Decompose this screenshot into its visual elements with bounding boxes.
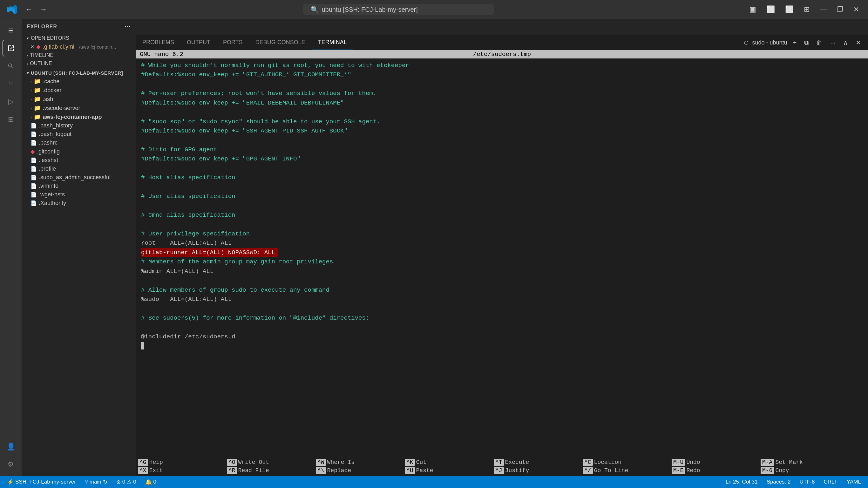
- encoding-status[interactable]: UTF-8: [798, 478, 816, 486]
- remote-status[interactable]: ⚡ SSH: FCJ-Lab-my-server: [5, 478, 78, 486]
- window-maximize-button[interactable]: ❐: [834, 4, 846, 15]
- root-label: UBUNTU [SSH: FCJ-LAB-MY-SERVER]: [31, 70, 123, 75]
- sidebar-more-icon[interactable]: ···: [125, 23, 131, 30]
- nano-shortcut-exit[interactable]: ^X Exit: [136, 466, 225, 475]
- nano-key-label: Set Mark: [775, 459, 803, 465]
- panel-chevron-button[interactable]: ∧: [841, 37, 850, 48]
- nano-shortcut-setmark[interactable]: M-A Set Mark: [759, 458, 848, 466]
- panel-close-button[interactable]: ✕: [854, 37, 863, 48]
- nano-shortcut-execute[interactable]: ^T Execute: [492, 458, 581, 466]
- titlebar-search[interactable]: 🔍 ubuntu [SSH: FCJ-Lab-my-server]: [303, 4, 494, 15]
- titlebar: ← → 🔍 ubuntu [SSH: FCJ-Lab-my-server] ▣ …: [0, 0, 868, 19]
- panel-tab-problems[interactable]: PROBLEMS: [136, 35, 181, 50]
- add-terminal-button[interactable]: +: [791, 38, 799, 48]
- nano-shortcut-undo[interactable]: M-U Undo: [670, 458, 759, 466]
- nano-shortcut-cut[interactable]: ^K Cut: [403, 458, 492, 466]
- folder-icon-app: 📁: [34, 114, 41, 120]
- position-status[interactable]: Ln 25, Col 31: [724, 478, 760, 486]
- outline-section[interactable]: › OUTLINE: [22, 59, 136, 68]
- activity-item-menu[interactable]: ≡: [3, 22, 19, 39]
- open-editor-file[interactable]: ✕ ◆ .gitlab-ci.yml ~/aws-fcj-contain...: [22, 42, 136, 51]
- tree-item-bash-history[interactable]: 📄 .bash_history: [22, 121, 136, 130]
- tree-item-viminfo[interactable]: 📄 .viminfo: [22, 182, 136, 190]
- layout-editor-button[interactable]: ⬜: [764, 4, 777, 15]
- activity-item-run[interactable]: ▷: [3, 93, 19, 110]
- tree-item-ssh[interactable]: › 📁 .ssh: [22, 95, 136, 103]
- timeline-section[interactable]: › TIMELINE: [22, 51, 136, 59]
- nav-forward-button[interactable]: →: [37, 4, 50, 15]
- nano-shortcut-help[interactable]: ^G Help: [136, 458, 225, 466]
- tree-item-xauthority[interactable]: 📄 .Xauthority: [22, 199, 136, 208]
- nano-shortcut-justify[interactable]: ^J Justify: [492, 466, 581, 475]
- window-minimize-button[interactable]: —: [817, 4, 829, 15]
- language-status[interactable]: YAML: [845, 478, 863, 486]
- tree-item-profile[interactable]: 📄 .profile: [22, 164, 136, 173]
- tree-item-lesshst[interactable]: 📄 .lesshst: [22, 156, 136, 164]
- nano-key-label: Replace: [327, 467, 351, 474]
- layout-panel-button[interactable]: ⬜: [782, 4, 796, 15]
- panel-tab-output[interactable]: OUTPUT: [181, 35, 217, 50]
- nano-shortcut-replace[interactable]: ^\ Replace: [314, 466, 403, 475]
- tree-item-vscode-server[interactable]: › 📁 .vscode-server: [22, 103, 136, 113]
- watch-status[interactable]: 🔔 0: [143, 478, 158, 486]
- tree-item-label: .wget-hsts: [39, 191, 65, 198]
- tree-item-label: .sudo_as_admin_successful: [39, 174, 111, 181]
- spaces-status[interactable]: Spaces: 2: [765, 478, 793, 486]
- activity-item-accounts[interactable]: 👤: [3, 438, 19, 455]
- tree-item-bash-logout[interactable]: 📄 .bash_logout: [22, 130, 136, 139]
- file-icon: 📄: [31, 175, 37, 180]
- panel-tab-terminal[interactable]: TERMINAL: [312, 35, 353, 50]
- term-line: [141, 164, 863, 173]
- activity-item-settings[interactable]: ⚙: [3, 456, 19, 473]
- kill-terminal-button[interactable]: 🗑: [814, 38, 825, 48]
- titlebar-right: ▣ ⬜ ⬜ ⊞ — ❐ ✕: [747, 4, 862, 15]
- terminal-icon: ⬡: [744, 40, 748, 46]
- nano-shortcuts-row1: ^G Help ^O Write Out ^W Where Is ^K Cut: [136, 458, 868, 466]
- nano-key-label: Location: [594, 459, 621, 465]
- activity-item-scm[interactable]: ⑂: [3, 75, 19, 92]
- activity-item-extensions[interactable]: ⊞: [3, 111, 19, 128]
- nano-shortcut-redo[interactable]: M-E Redo: [670, 466, 759, 475]
- tree-item-docker[interactable]: › 📁 .docker: [22, 86, 136, 95]
- layout-grid-button[interactable]: ⊞: [801, 4, 812, 15]
- nano-key: ^G: [138, 459, 148, 466]
- warnings-icon: ⚠: [127, 479, 131, 485]
- nano-shortcut-location[interactable]: ^C Location: [581, 458, 670, 466]
- branch-status[interactable]: ⑂ main ↻: [83, 478, 109, 486]
- tree-item-gitconfig[interactable]: ◆ .gitconfig: [22, 147, 136, 156]
- split-terminal-button[interactable]: ⧉: [802, 38, 810, 48]
- activity-item-explorer[interactable]: [3, 40, 19, 57]
- nano-shortcut-readfile[interactable]: ^R Read File: [225, 466, 314, 475]
- panel-tab-debug[interactable]: DEBUG CONSOLE: [249, 35, 312, 50]
- nano-key: ^/: [583, 467, 593, 474]
- nano-shortcut-copy[interactable]: M-6 Copy: [759, 466, 848, 475]
- close-icon[interactable]: ✕: [31, 44, 34, 49]
- tree-item-wget-hsts[interactable]: 📄 .wget-hsts: [22, 190, 136, 199]
- nano-key-label: Where Is: [327, 459, 354, 465]
- nano-key: ^J: [494, 467, 504, 474]
- eol-status[interactable]: CRLF: [822, 478, 840, 486]
- activity-item-search[interactable]: [3, 58, 19, 74]
- open-editors-section[interactable]: ▾ OPEN EDITORS: [22, 34, 136, 42]
- layout-sidebar-button[interactable]: ▣: [747, 4, 759, 15]
- panel-tab-ports[interactable]: PORTS: [217, 35, 249, 50]
- term-line: # "sudo scp" or "sudo rsync" should be a…: [141, 117, 863, 126]
- nano-shortcut-writeout[interactable]: ^O Write Out: [225, 458, 314, 466]
- root-folder-section[interactable]: ▾ UBUNTU [SSH: FCJ-LAB-MY-SERVER]: [22, 69, 136, 77]
- outline-label: OUTLINE: [30, 61, 52, 66]
- panel-more-button[interactable]: ···: [828, 38, 837, 48]
- nano-shortcut-gotoline[interactable]: ^/ Go To Line: [581, 466, 670, 475]
- tree-item-sudo-admin[interactable]: 📄 .sudo_as_admin_successful: [22, 173, 136, 182]
- encoding-label: UTF-8: [799, 479, 815, 485]
- errors-status[interactable]: ⊗ 0 ⚠ 0: [114, 478, 138, 486]
- term-line: [141, 220, 863, 229]
- nav-back-button[interactable]: ←: [23, 4, 35, 15]
- tree-item-cache[interactable]: › 📁 .cache: [22, 77, 136, 86]
- tree-item-container-app[interactable]: › 📁 aws-fcj-container-app: [22, 113, 136, 121]
- nano-shortcut-whereis[interactable]: ^W Where Is: [314, 458, 403, 466]
- tree-item-bashrc[interactable]: 📄 .bashrc: [22, 139, 136, 147]
- nano-shortcut-paste[interactable]: ^U Paste: [403, 466, 492, 475]
- terminal-content[interactable]: # While you shouldn't normally run git a…: [136, 58, 868, 457]
- term-line: # Allow members of group sudo to execute…: [141, 285, 863, 295]
- window-close-button[interactable]: ✕: [851, 4, 862, 15]
